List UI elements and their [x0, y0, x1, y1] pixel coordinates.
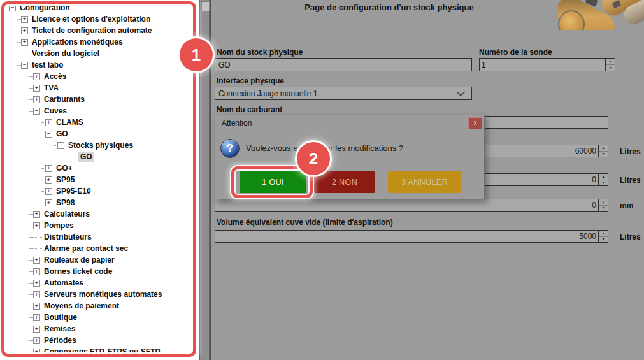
fuel-name-label: Nom du carburant — [217, 105, 282, 114]
callout-badge-2: 2 — [297, 142, 330, 175]
close-icon[interactable]: x — [468, 117, 482, 129]
spin-down-icon[interactable]: ▼ — [599, 206, 608, 212]
fuel-tanks-image — [558, 0, 644, 30]
dialog-titlebar[interactable]: Attention x — [215, 115, 484, 131]
empty-tank-volume-label: Volume équivalent cuve vide (limite d'as… — [217, 218, 393, 227]
probe-number-label: Numéro de la sonde — [479, 48, 552, 57]
zero-mm-unit: mm — [620, 201, 633, 210]
empty-tank-volume-value[interactable]: 5000 — [215, 231, 598, 242]
probe-number-value[interactable]: 1 — [480, 59, 605, 71]
spin-down-icon[interactable]: ▼ — [599, 237, 608, 243]
stock-name-label: Nom du stock physique — [217, 48, 303, 57]
physical-interface-label: Interface physique — [217, 76, 284, 85]
zero-litres-unit: Litres — [620, 176, 641, 185]
spin-up-icon[interactable]: ▲ — [606, 59, 615, 65]
spin-up-icon[interactable]: ▲ — [599, 199, 608, 206]
probe-number-stepper[interactable]: 1 ▲ ▼ — [479, 58, 615, 71]
zero-mm-value[interactable]: 0 — [215, 199, 598, 211]
annotation-box-tree — [1, 1, 196, 357]
dialog-title: Attention — [222, 119, 252, 127]
annotation-box-yes-button — [231, 166, 313, 198]
physical-interface-value: Connexion Jauge manuelle 1 — [218, 89, 458, 98]
zero-mm-stepper[interactable]: 0 ▲▼ — [215, 199, 608, 212]
chevron-down-icon — [457, 88, 466, 96]
tank-capacity-unit: Litres — [620, 147, 641, 156]
stock-configuration-window: −Configuration+Licence et options d'expl… — [0, 0, 644, 360]
spin-down-icon[interactable]: ▼ — [599, 180, 608, 186]
cancel-button[interactable]: 3 ANNULER — [388, 171, 461, 193]
question-icon: ? — [220, 139, 240, 158]
spin-up-icon[interactable]: ▲ — [599, 145, 608, 152]
callout-badge-1: 1 — [180, 38, 213, 71]
empty-tank-volume-unit: Litres — [620, 233, 641, 241]
empty-tank-volume-stepper[interactable]: 5000 ▲▼ — [215, 230, 608, 243]
spin-down-icon[interactable]: ▼ — [599, 152, 608, 157]
tree-scrollbar-thumb[interactable] — [201, 1, 210, 11]
spin-up-icon[interactable]: ▲ — [599, 231, 608, 237]
page-title: Page de configuration d'un stock physiqu… — [274, 3, 504, 12]
physical-interface-select[interactable]: Connexion Jauge manuelle 1 — [215, 87, 472, 100]
spin-down-icon[interactable]: ▼ — [606, 65, 615, 71]
stock-name-input[interactable] — [215, 58, 472, 71]
spin-up-icon[interactable]: ▲ — [599, 174, 608, 180]
no-button[interactable]: 2 NON — [314, 171, 375, 193]
